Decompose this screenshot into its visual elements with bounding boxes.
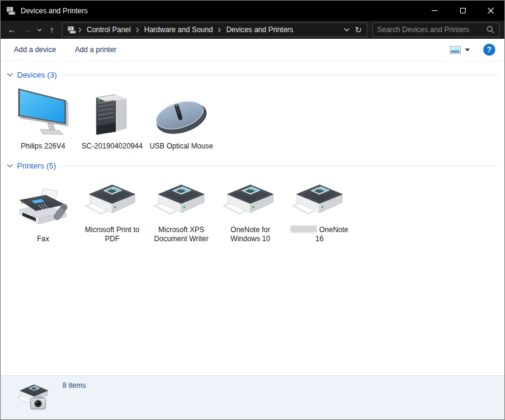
printers-group-title: Printers (5) bbox=[17, 161, 56, 170]
devices-group-title: Devices (3) bbox=[17, 70, 57, 79]
redacted-text bbox=[290, 225, 317, 233]
help-button[interactable]: ? bbox=[483, 44, 495, 56]
device-label: USB Optical Mouse bbox=[150, 142, 213, 151]
fax-icon bbox=[15, 188, 72, 229]
maximize-icon bbox=[460, 8, 466, 13]
printer-label: Microsoft XPS Document Writer bbox=[148, 225, 215, 244]
change-view-button[interactable] bbox=[450, 46, 461, 54]
printer-tile-microsoft-print-to-pdf[interactable]: Microsoft Print to PDF bbox=[78, 179, 147, 244]
printer-label: Fax bbox=[37, 235, 49, 244]
printer-icon bbox=[153, 182, 209, 220]
printers-tiles: Fax bbox=[5, 179, 500, 244]
device-tile-pc-tower[interactable]: SC-201904020944 bbox=[78, 83, 147, 151]
devices-and-printers-icon bbox=[6, 6, 16, 16]
devices-and-printers-icon bbox=[67, 25, 76, 35]
search-box[interactable] bbox=[372, 22, 500, 37]
address-bar[interactable]: Control Panel Hardware and Sound Devices… bbox=[62, 22, 367, 37]
forward-button[interactable]: → bbox=[19, 21, 35, 38]
navigation-bar: ← → ↑ Control P bbox=[1, 21, 504, 39]
item-list-area: Devices (3) Philips 226V4 bbox=[1, 61, 504, 375]
mouse-icon bbox=[153, 98, 209, 136]
close-button[interactable] bbox=[477, 1, 504, 21]
breadcrumb-separator-icon bbox=[135, 27, 140, 33]
device-tile-philips-monitor[interactable]: Philips 226V4 bbox=[8, 83, 78, 151]
printer-label: OneNote 16 bbox=[286, 225, 353, 244]
device-label: SC-201904020944 bbox=[82, 142, 143, 151]
close-icon bbox=[487, 7, 494, 14]
printer-tile-onenote-for-windows-10[interactable]: OneNote for Windows 10 bbox=[216, 179, 285, 244]
breadcrumb-control-panel[interactable]: Control Panel bbox=[82, 25, 135, 34]
search-input[interactable] bbox=[377, 25, 486, 34]
printers-group-header[interactable]: Printers (5) bbox=[5, 159, 500, 172]
command-bar: Add a device Add a printer ? bbox=[1, 39, 504, 61]
items-count: 8 items bbox=[62, 381, 86, 419]
printer-tile-fax[interactable]: Fax bbox=[8, 188, 78, 244]
chevron-down-icon bbox=[344, 28, 350, 32]
title-bar: Devices and Printers bbox=[1, 1, 504, 21]
back-button[interactable]: ← bbox=[4, 21, 19, 38]
group-rule bbox=[62, 75, 498, 75]
printer-label: Microsoft Print to PDF bbox=[79, 225, 145, 244]
address-history-dropdown[interactable] bbox=[344, 28, 350, 32]
devices-group-header[interactable]: Devices (3) bbox=[5, 68, 500, 81]
maximize-button[interactable] bbox=[449, 1, 477, 21]
devices-tiles: Philips 226V4 bbox=[5, 83, 500, 151]
details-pane: 8 items bbox=[1, 375, 504, 419]
breadcrumb-separator-icon bbox=[78, 27, 82, 33]
devices-and-printers-window: Devices and Printers ← → ↑ bbox=[0, 0, 505, 420]
printer-icon bbox=[222, 182, 278, 220]
up-button[interactable]: ↑ bbox=[44, 21, 59, 38]
printer-tile-onenote-16[interactable]: OneNote 16 bbox=[285, 179, 354, 244]
group-rule bbox=[61, 165, 498, 166]
minimize-button[interactable] bbox=[421, 1, 449, 21]
device-label: Philips 226V4 bbox=[21, 142, 65, 151]
help-icon: ? bbox=[487, 45, 491, 54]
chevron-down-icon bbox=[37, 28, 42, 32]
device-tile-usb-mouse[interactable]: USB Optical Mouse bbox=[147, 83, 216, 151]
monitor-icon bbox=[17, 84, 69, 136]
thumbnail-view-icon bbox=[450, 46, 461, 54]
window-controls bbox=[421, 1, 504, 21]
printer-label: OneNote for Windows 10 bbox=[217, 225, 284, 244]
window-title: Devices and Printers bbox=[21, 7, 88, 15]
search-icon[interactable] bbox=[486, 25, 495, 34]
breadcrumb-devices-and-printers[interactable]: Devices and Printers bbox=[222, 25, 298, 34]
printer-icon bbox=[84, 182, 140, 220]
recent-pages-dropdown[interactable] bbox=[35, 28, 44, 32]
view-options-dropdown[interactable] bbox=[465, 48, 470, 52]
selection-summary-icon bbox=[16, 380, 52, 419]
collapse-chevron-icon bbox=[5, 73, 17, 77]
pc-tower-icon bbox=[94, 90, 130, 136]
printer-tile-microsoft-xps-document-writer[interactable]: Microsoft XPS Document Writer bbox=[147, 179, 216, 244]
refresh-button[interactable]: ↻ bbox=[355, 25, 362, 35]
collapse-chevron-icon bbox=[5, 164, 17, 168]
breadcrumb-separator-icon bbox=[217, 27, 222, 33]
printer-icon bbox=[292, 182, 347, 220]
add-device-button[interactable]: Add a device bbox=[14, 45, 56, 54]
add-printer-button[interactable]: Add a printer bbox=[75, 45, 116, 54]
breadcrumb-hardware-and-sound[interactable]: Hardware and Sound bbox=[140, 25, 217, 34]
printer-camera-icon bbox=[16, 380, 52, 415]
minimize-icon bbox=[432, 10, 438, 11]
